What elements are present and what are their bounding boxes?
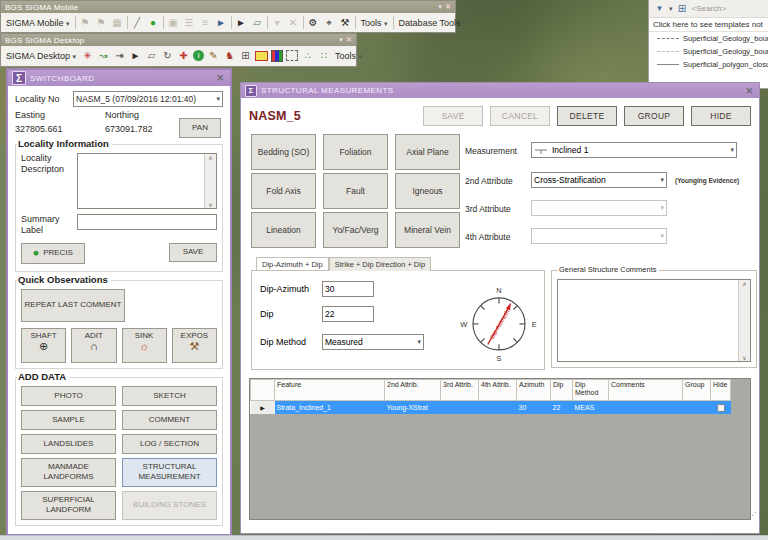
attribute2-select[interactable]: Cross-Stratification ▾ bbox=[531, 172, 667, 188]
attribute-table-icon[interactable]: ▦ bbox=[111, 18, 124, 28]
summary-label-input[interactable] bbox=[77, 214, 217, 230]
list-rows-icon[interactable]: ☰ bbox=[183, 18, 196, 28]
table-row[interactable]: ▶ Strata_Inclined_1 Young-XStrat 30 22 M… bbox=[251, 401, 731, 415]
attribute4-select[interactable]: ▾ bbox=[531, 228, 667, 244]
tab-strike-dip-direction-dip[interactable]: Strike + Dip Direction + Dip bbox=[329, 257, 431, 271]
desktop-toolbar-titlebar[interactable]: BGS SIGMA Desktop ▾ ✕ bbox=[1, 34, 356, 46]
templates-link[interactable]: Click here to see templates not bbox=[649, 18, 768, 32]
mobile-tools-menu[interactable]: Tools ▾ bbox=[359, 18, 390, 28]
group-button[interactable]: GROUP bbox=[624, 106, 684, 126]
fault-button[interactable]: Fault bbox=[323, 173, 388, 209]
info-icon[interactable]: i bbox=[193, 50, 204, 61]
select-arrow-icon[interactable]: ► bbox=[129, 51, 142, 61]
manmade-landforms-button[interactable]: MANMADE LANDFORMS bbox=[21, 458, 116, 487]
move-node-icon[interactable]: ✚ bbox=[177, 51, 190, 61]
close-icon[interactable]: ✕ bbox=[214, 73, 226, 83]
reshape-line-icon[interactable]: ↝ bbox=[97, 51, 110, 61]
axial-plane-button[interactable]: Axial Plane bbox=[395, 134, 460, 170]
building-stones-button[interactable]: BUILDING STONES bbox=[122, 491, 217, 520]
shaft-button[interactable]: SHAFT ⊕ bbox=[21, 328, 66, 363]
yo-fac-verg-button[interactable]: Yo/Fac/Verg bbox=[323, 212, 388, 248]
marquee-select-icon[interactable] bbox=[286, 50, 298, 61]
vertices-icon[interactable]: ∴ bbox=[301, 51, 314, 61]
polygon-sketch-icon[interactable]: ▱ bbox=[251, 18, 264, 28]
locality-no-select[interactable]: NASM_5 (07/09/2016 12:01:40) ▾ bbox=[73, 91, 223, 107]
sketch-button[interactable]: SKETCH bbox=[122, 386, 217, 406]
landslides-button[interactable]: LANDSLIDES bbox=[21, 434, 116, 454]
select-arrow-icon[interactable]: ► bbox=[235, 18, 248, 28]
color-bars-icon[interactable] bbox=[271, 50, 283, 62]
hide-button[interactable]: HIDE bbox=[691, 106, 751, 126]
locality-description-textarea[interactable]: ∧ ∨ bbox=[77, 153, 217, 209]
dropdown-small-icon[interactable]: ▾ bbox=[271, 18, 284, 28]
flag-icon[interactable]: ⚑ bbox=[79, 18, 92, 28]
delete-button[interactable]: DELETE bbox=[557, 106, 617, 126]
repeat-last-comment-button[interactable]: REPEAT LAST COMMENT bbox=[21, 289, 125, 322]
scroll-up-icon[interactable]: ∧ bbox=[208, 154, 212, 161]
row-selector-icon[interactable]: ▶ bbox=[251, 401, 275, 415]
comments-textarea[interactable]: ∧ ∨ bbox=[557, 279, 751, 362]
save-button[interactable]: SAVE bbox=[423, 106, 483, 126]
attribute3-select[interactable]: ▾ bbox=[531, 200, 667, 216]
fold-axis-button[interactable]: Fold Axis bbox=[251, 173, 316, 209]
filter-icon[interactable]: ▼ bbox=[653, 5, 666, 13]
pan-button[interactable]: PAN bbox=[179, 118, 221, 138]
topology-web-icon[interactable]: ✳ bbox=[81, 51, 94, 61]
structural-measurement-button[interactable]: STRUCTURAL MEASUREMENT bbox=[122, 458, 217, 487]
points-icon[interactable]: ∷ bbox=[317, 51, 330, 61]
lineation-button[interactable]: Lineation bbox=[251, 212, 316, 248]
toolbar-options-icon[interactable]: ▾ bbox=[339, 36, 343, 44]
gps-status-icon[interactable]: ● bbox=[147, 18, 160, 28]
save-button[interactable]: SAVE bbox=[169, 243, 217, 262]
close-icon[interactable]: ✕ bbox=[445, 3, 451, 11]
toolbar-options-icon[interactable]: ▾ bbox=[438, 3, 442, 11]
cancel-button[interactable]: CANCEL bbox=[490, 106, 550, 126]
photo-button[interactable]: PHOTO bbox=[21, 386, 116, 406]
database-tools-menu[interactable]: Database Tools ▾ bbox=[397, 18, 469, 28]
log-section-button[interactable]: LOG / SECTION bbox=[122, 434, 217, 454]
list-item[interactable]: Superficial_polygon_closure bbox=[649, 58, 768, 71]
scrollbar[interactable]: ∧ ∨ bbox=[204, 154, 216, 208]
steps-icon[interactable]: ≡ bbox=[199, 18, 212, 28]
flag-icon[interactable]: ⚑ bbox=[95, 18, 108, 28]
delete-icon[interactable]: ✕ bbox=[287, 18, 300, 28]
close-icon[interactable]: ✕ bbox=[743, 86, 755, 96]
list-item[interactable]: Superficial_Geology_boundary bbox=[649, 45, 768, 58]
dip-method-select[interactable]: Measured ▾ bbox=[322, 334, 424, 350]
sigma-desktop-menu[interactable]: SIGMA Desktop ▾ bbox=[4, 51, 78, 61]
dip-azimuth-input[interactable] bbox=[322, 281, 374, 297]
desktop-tools-menu[interactable]: Tools ▾ bbox=[333, 51, 364, 61]
sketch-line-icon[interactable]: ╱ bbox=[131, 18, 144, 28]
comment-button[interactable]: COMMENT bbox=[122, 410, 217, 430]
scroll-down-icon[interactable]: ∨ bbox=[742, 354, 746, 361]
expos-button[interactable]: EXPOS ⚒ bbox=[172, 328, 217, 363]
measurement-select[interactable]: Inclined 1 ▾ bbox=[531, 142, 737, 158]
list-item[interactable]: Superficial_Geology_boundary bbox=[649, 32, 768, 45]
sample-button[interactable]: SAMPLE bbox=[21, 410, 116, 430]
precis-button[interactable]: ● PRECIS bbox=[21, 243, 85, 264]
structural-measurements-titlebar[interactable]: Σ STRUCTURAL MEASUREMENTS ✕ bbox=[241, 83, 759, 98]
hide-checkbox[interactable] bbox=[717, 404, 725, 412]
switchboard-titlebar[interactable]: Σ SWITCHBOARD ✕ bbox=[8, 70, 230, 86]
sigma-mobile-menu[interactable]: SIGMA Mobile ▾ bbox=[4, 18, 72, 28]
scrollbar[interactable]: ∧ ∨ bbox=[738, 280, 750, 361]
tab-dip-azimuth-dip[interactable]: Dip-Azimuth + Dip bbox=[256, 257, 329, 270]
digitize-icon[interactable]: ♞ bbox=[223, 51, 236, 61]
resize-grip[interactable]: ⋰ bbox=[748, 510, 757, 520]
adit-button[interactable]: ADIT ∩ bbox=[71, 328, 116, 363]
search-input[interactable]: <Search> bbox=[692, 4, 727, 13]
lock-edit-icon[interactable]: ✎ bbox=[207, 51, 220, 61]
table-icon[interactable]: ⊞ bbox=[676, 4, 689, 14]
chevron-down-icon[interactable]: ▾ bbox=[669, 5, 673, 13]
scroll-down-icon[interactable]: ∨ bbox=[208, 201, 212, 208]
gps-satellite-icon[interactable]: ⚙ bbox=[307, 18, 320, 28]
merge-icon[interactable]: ⇥ bbox=[113, 51, 126, 61]
igneous-button[interactable]: Igneous bbox=[395, 173, 460, 209]
mineral-vein-button[interactable]: Mineral Vein bbox=[395, 212, 460, 248]
sink-button[interactable]: SINK ☼ bbox=[122, 328, 167, 363]
dip-input[interactable] bbox=[322, 306, 374, 322]
gps-position-icon[interactable]: ⌖ bbox=[323, 18, 336, 28]
mobile-toolbar-titlebar[interactable]: BGS SIGMA Mobile ▾ ✕ bbox=[1, 1, 455, 13]
close-icon[interactable]: ✕ bbox=[346, 36, 352, 44]
panel-icon[interactable]: ▣ bbox=[167, 18, 180, 28]
